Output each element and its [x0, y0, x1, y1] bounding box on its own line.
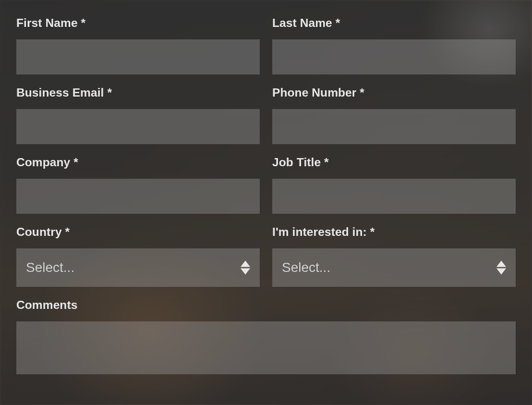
interested-in-field: I'm interested in: * Select...	[272, 223, 516, 296]
business-email-input[interactable]	[16, 109, 260, 144]
country-select-value: Select...	[26, 260, 74, 275]
country-select[interactable]: Select...	[16, 248, 260, 287]
sort-arrows-icon	[496, 261, 506, 275]
last-name-label: Last Name *	[272, 16, 516, 30]
interested-in-label: I'm interested in: *	[272, 225, 516, 239]
job-title-label: Job Title *	[272, 156, 516, 169]
interested-in-select-value: Select...	[282, 260, 330, 275]
last-name-input[interactable]	[272, 39, 516, 74]
comments-field: Comments	[16, 296, 516, 374]
sort-arrows-icon	[241, 261, 250, 275]
chevron-up-icon	[241, 261, 250, 267]
company-input[interactable]	[16, 179, 260, 214]
country-label: Country *	[16, 225, 260, 239]
first-name-label: First Name *	[16, 16, 260, 30]
job-title-input[interactable]	[272, 179, 516, 214]
business-email-label: Business Email *	[16, 86, 260, 99]
job-title-field: Job Title *	[272, 154, 516, 223]
phone-number-field: Phone Number *	[272, 84, 516, 154]
last-name-field: Last Name *	[272, 14, 516, 84]
comments-label: Comments	[16, 298, 516, 312]
chevron-up-icon	[496, 261, 506, 267]
contact-form: First Name * Last Name * Business Email …	[0, 0, 532, 374]
first-name-input[interactable]	[16, 39, 260, 74]
first-name-field: First Name *	[16, 14, 260, 84]
company-label: Company *	[16, 156, 260, 169]
chevron-down-icon	[241, 269, 250, 275]
company-field: Company *	[16, 154, 260, 223]
comments-input[interactable]	[16, 321, 516, 374]
business-email-field: Business Email *	[16, 84, 260, 154]
chevron-down-icon	[496, 269, 506, 275]
phone-number-label: Phone Number *	[272, 86, 516, 99]
phone-number-input[interactable]	[272, 109, 516, 144]
country-field: Country * Select...	[16, 223, 260, 296]
interested-in-select[interactable]: Select...	[272, 248, 516, 287]
